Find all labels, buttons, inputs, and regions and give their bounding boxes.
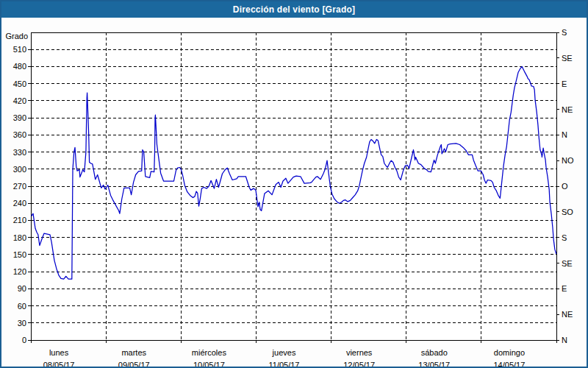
y-right-compass-label: O [562,182,568,191]
day-date-label: 08/05/17 [43,361,75,367]
y-right-compass-label: E [562,79,567,88]
y-left-tick-label: 60 [18,302,26,311]
y-left-tick-label: 210 [13,216,26,224]
wind-chart-window: Dirección del viento [Grado] 03060901201… [0,0,588,368]
y-left-tick-label: 240 [13,199,26,208]
y-right-compass-label: SE [562,259,573,268]
day-name-label: martes [121,348,146,357]
chart-area: 0306090120150180210240270300330360390420… [1,18,587,367]
day-name-label: sábado [421,348,448,357]
y-right-compass-label: NE [562,310,573,319]
y-left-tick-label: 360 [13,130,26,139]
y-left-tick-label: 30 [18,319,26,328]
y-right-compass-label: S [562,233,567,242]
y-right-compass-label: SE [562,54,573,63]
y-right-compass-label: E [562,284,567,293]
day-name-label: domingo [494,348,525,357]
y-left-tick-label: 0 [22,336,26,344]
day-date-label: 14/05/17 [494,361,526,367]
y-right-compass-label: SO [562,208,573,216]
day-name-label: lunes [49,348,69,357]
y-right-compass-label: N [562,336,567,344]
wind-direction-chart-svg: 0306090120150180210240270300330360390420… [1,18,587,367]
window-titlebar: Dirección del viento [Grado] [1,1,587,18]
y-left-tick-label: 270 [13,182,26,191]
day-date-label: 10/05/17 [193,361,225,367]
day-date-label: 09/05/17 [118,361,150,367]
y-left-tick-label: 90 [18,284,26,293]
day-name-label: jueves [272,348,296,357]
window-title: Dirección del viento [Grado] [233,4,355,15]
y-left-tick-label: 480 [13,62,26,71]
y-right-compass-label: NE [562,105,573,114]
day-date-label: 12/05/17 [343,361,375,367]
y-left-tick-label: 330 [13,148,26,157]
y-left-tick-label: 150 [13,250,26,259]
y-right-compass-label: S [562,28,567,37]
y-left-tick-label: 420 [13,96,26,105]
y-left-tick-label: 450 [13,79,26,88]
y-left-tick-label: 120 [13,267,26,276]
day-date-label: 11/05/17 [268,361,299,367]
y-left-tick-label: 300 [13,165,26,174]
day-date-label: 13/05/17 [418,361,450,367]
day-name-label: viernes [346,348,373,357]
y-left-tick-label: 390 [13,113,26,122]
y-right-compass-label: NO [562,156,574,165]
y-right-compass-label: N [562,130,567,139]
y-left-tick-label: 180 [13,233,26,242]
y-left-axis-title: Grado [5,32,28,40]
day-name-label: miércoles [192,348,227,357]
y-left-tick-label: 510 [13,45,26,54]
